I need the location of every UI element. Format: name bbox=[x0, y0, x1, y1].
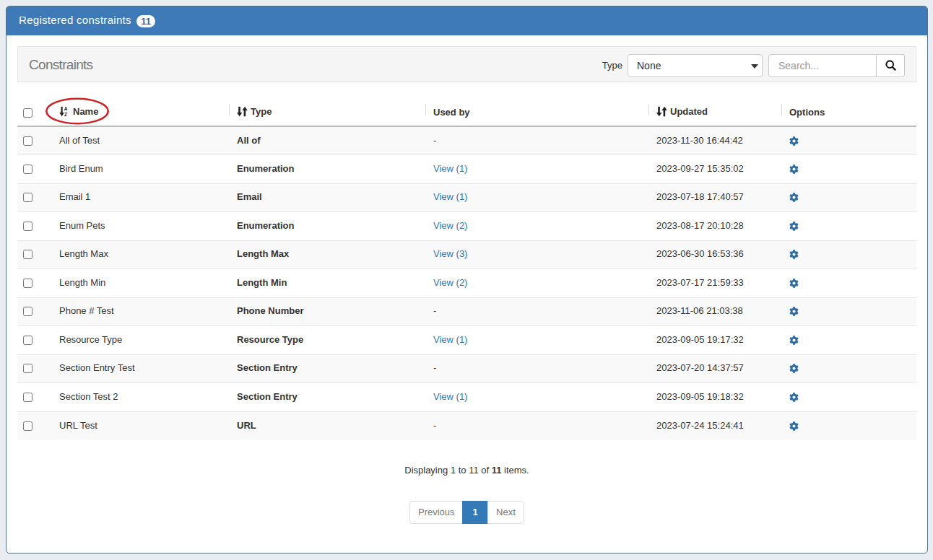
svg-text:A: A bbox=[64, 106, 68, 111]
svg-text:Z: Z bbox=[64, 112, 67, 117]
